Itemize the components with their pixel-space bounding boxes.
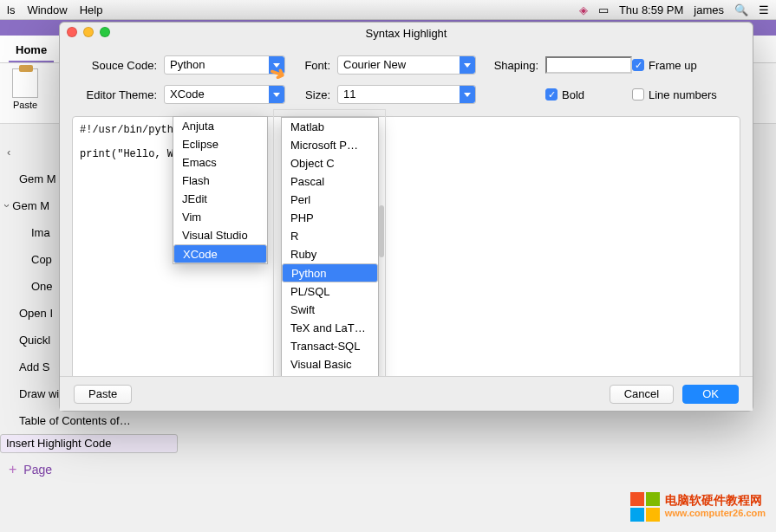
menu-list-icon[interactable]: ☰	[759, 3, 769, 16]
language-option[interactable]: Object C	[282, 154, 378, 172]
menu-item[interactable]: Help	[80, 3, 103, 16]
system-menubar: ls Window Help ◈ ▭ Thu 8:59 PM james 🔍 ☰	[0, 0, 776, 20]
language-option[interactable]: Python	[282, 263, 378, 282]
chevron-down-icon	[460, 56, 475, 74]
shaping-input[interactable]	[545, 56, 632, 74]
editor-theme-select[interactable]: XCode	[164, 85, 285, 104]
source-code-select[interactable]: Python	[164, 55, 285, 75]
spotlight-icon[interactable]: 🔍	[734, 3, 748, 16]
frame-up-checkbox[interactable]: Frame up	[632, 59, 753, 72]
user-name[interactable]: james	[694, 3, 724, 16]
menu-item[interactable]: Window	[27, 3, 67, 16]
source-code-dropdown-frame: MatlabMicrosoft P…Object CPascalPerlPHPR…	[273, 109, 386, 391]
theme-option[interactable]: Eclipse	[173, 135, 267, 153]
cancel-button[interactable]: Cancel	[610, 385, 674, 404]
paste-button[interactable]: Paste	[74, 385, 132, 404]
label-source-code: Souce Code:	[77, 59, 164, 72]
language-option[interactable]: Matlab	[282, 118, 378, 136]
syntax-highlight-dialog: Syntax Highlight Souce Code: Python Font…	[59, 22, 753, 412]
chevron-down-icon	[269, 86, 284, 103]
language-option[interactable]: PL/SQL	[282, 282, 378, 301]
tab-home[interactable]: Home	[9, 38, 54, 62]
language-option[interactable]: Ruby	[282, 245, 378, 263]
editor-theme-dropdown[interactable]: AnjutaEclipseEmacsFlashJEditVimVisual St…	[173, 116, 268, 264]
language-option[interactable]: PHP	[282, 209, 378, 227]
theme-option[interactable]: JEdit	[173, 190, 267, 208]
chevron-down-icon	[269, 56, 284, 74]
language-option[interactable]: Transact-SQL	[282, 337, 378, 355]
font-select[interactable]: Courier New	[337, 55, 476, 75]
scrollbar-thumb[interactable]	[379, 205, 384, 257]
label-size: Size:	[285, 88, 337, 101]
dialog-title: Syntax Highlight	[366, 27, 447, 40]
language-option[interactable]: Pascal	[282, 172, 378, 191]
checkbox-icon	[632, 59, 644, 71]
label-editor-theme: Editor Theme:	[77, 88, 164, 101]
label-font: Font:	[285, 59, 337, 72]
add-page-button[interactable]: Page	[0, 453, 178, 486]
language-option[interactable]: R	[282, 227, 378, 245]
language-option[interactable]: Visual Basic	[282, 355, 378, 373]
label-shaping: Shaping:	[476, 59, 545, 72]
chevron-down-icon	[460, 86, 475, 103]
close-icon[interactable]	[67, 27, 77, 37]
theme-option[interactable]: XCode	[173, 244, 267, 263]
airplay-icon[interactable]: ▭	[598, 3, 609, 16]
minimize-icon[interactable]	[83, 27, 94, 37]
gem-status-icon[interactable]: ◈	[579, 3, 588, 16]
checkbox-icon	[632, 88, 644, 101]
watermark: 电脑软硬件教程网www.computer26.com	[630, 492, 766, 522]
clock: Thu 8:59 PM	[619, 3, 683, 16]
zoom-icon[interactable]	[100, 27, 110, 37]
language-option[interactable]: Microsoft P…	[282, 136, 378, 154]
line-numbers-checkbox[interactable]: Line numbers	[632, 88, 753, 101]
theme-option[interactable]: Flash	[173, 172, 267, 190]
theme-option[interactable]: Visual Studio	[173, 226, 267, 244]
ok-button[interactable]: OK	[682, 385, 739, 404]
checkbox-icon	[545, 88, 558, 101]
paste-label: Paste	[13, 100, 37, 110]
theme-option[interactable]: Vim	[173, 208, 267, 226]
language-option[interactable]: Swift	[282, 301, 378, 319]
theme-option[interactable]: Emacs	[173, 153, 267, 172]
theme-option[interactable]: Anjuta	[173, 117, 267, 135]
dialog-button-row: Paste Cancel OK	[60, 376, 753, 411]
size-select[interactable]: 11	[337, 85, 476, 104]
menu-item[interactable]: ls	[7, 3, 15, 16]
language-option[interactable]: TeX and LaT…	[282, 319, 378, 337]
clipboard-paste-icon[interactable]	[12, 68, 38, 98]
bold-checkbox[interactable]: Bold	[545, 88, 632, 101]
dialog-titlebar: Syntax Highlight	[60, 23, 753, 43]
language-option[interactable]: Perl	[282, 191, 378, 209]
windows-logo-icon	[630, 492, 660, 522]
source-code-dropdown[interactable]: MatlabMicrosoft P…Object CPascalPerlPHPR…	[281, 117, 379, 385]
sidebar-item-selected[interactable]: Insert Highlight Code	[0, 434, 178, 453]
